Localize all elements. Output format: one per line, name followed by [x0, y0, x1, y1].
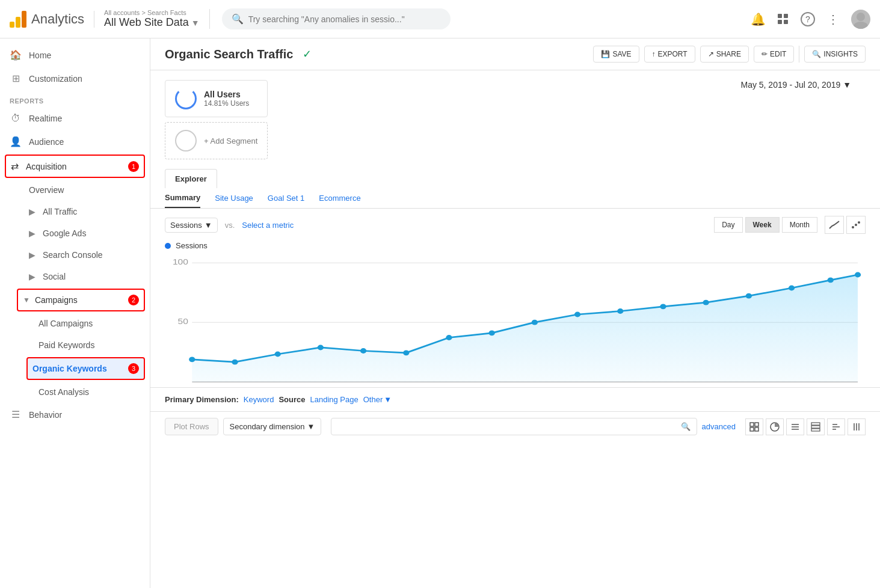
sidebar-item-acquisition[interactable]: ⇄ Acquisition 1 — [5, 155, 145, 178]
sessions-legend-label: Sessions — [176, 241, 208, 250]
svg-rect-31 — [750, 423, 754, 426]
sidebar-label-behavior: Behavior — [29, 410, 62, 420]
bottom-toolbar: Plot Rows Secondary dimension ▼ 🔍 advanc… — [150, 411, 880, 441]
svg-marker-10 — [192, 275, 858, 382]
save-button[interactable]: 💾 SAVE — [593, 46, 639, 63]
sidebar-item-paid-keywords[interactable]: Paid Keywords — [0, 334, 150, 356]
table-search-icon[interactable]: 🔍 — [681, 422, 691, 431]
save-icon: 💾 — [601, 50, 610, 58]
export-icon: ↑ — [652, 50, 656, 58]
line-chart-btn[interactable] — [825, 216, 844, 234]
edit-button[interactable]: ✏ EDIT — [754, 46, 794, 63]
dim-other[interactable]: Other ▼ — [363, 395, 392, 404]
metric-dropdown-arrow: ▼ — [205, 221, 212, 230]
time-btn-day[interactable]: Day — [714, 217, 742, 233]
global-search-bar[interactable]: 🔍 — [222, 8, 451, 29]
sidebar-item-home[interactable]: 🏠 Home — [0, 43, 150, 67]
tab-summary[interactable]: Summary — [165, 188, 200, 208]
sidebar-item-search-console[interactable]: ▶ Search Console — [0, 244, 150, 266]
app-title: Analytics — [31, 11, 84, 27]
notifications-icon[interactable]: 🔔 — [751, 12, 766, 26]
select-metric-link[interactable]: Select a metric — [242, 221, 294, 230]
tab-goal-set[interactable]: Goal Set 1 — [268, 189, 304, 207]
svg-point-15 — [360, 348, 366, 354]
table-search-input[interactable] — [337, 422, 678, 431]
dim-keyword[interactable]: Keyword — [244, 395, 274, 404]
sidebar-item-audience[interactable]: 👤 Audience — [0, 130, 150, 153]
reports-section-label: REPORTS — [0, 90, 150, 107]
scatter-chart-btn[interactable] — [846, 216, 866, 234]
insights-button[interactable]: 🔍 INSIGHTS — [804, 46, 866, 63]
sidebar-label-realtime: Realtime — [29, 114, 62, 123]
time-btn-week[interactable]: Week — [745, 217, 780, 233]
sidebar-label-all-campaigns: All Campaigns — [38, 319, 93, 328]
apps-icon[interactable] — [778, 14, 789, 25]
svg-rect-33 — [750, 427, 754, 431]
export-button[interactable]: ↑ EXPORT — [644, 46, 695, 63]
tab-ecommerce[interactable]: Ecommerce — [319, 189, 360, 207]
action-divider — [799, 46, 799, 63]
svg-point-16 — [403, 350, 409, 355]
user-avatar[interactable] — [851, 10, 870, 29]
tab-site-usage[interactable]: Site Usage — [215, 189, 253, 207]
svg-text:100: 100 — [173, 258, 188, 267]
sidebar-item-cost-analysis[interactable]: Cost Analysis — [0, 381, 150, 403]
chart-controls: Sessions ▼ vs. Select a metric Day Week … — [150, 209, 880, 241]
plot-rows-button[interactable]: Plot Rows — [165, 418, 218, 435]
pie-chart-btn[interactable] — [766, 418, 784, 435]
sidebar-item-all-traffic[interactable]: ▶ All Traffic — [0, 201, 150, 222]
global-search-input[interactable] — [248, 14, 441, 24]
chart-wrapper: 100 50 — [165, 255, 866, 387]
pivot-view-btn[interactable] — [807, 418, 825, 435]
sidebar-item-campaigns[interactable]: ▼ Campaigns 2 — [17, 289, 145, 311]
svg-point-18 — [488, 330, 494, 335]
account-area: All accounts > Search Facts All Web Site… — [94, 9, 210, 29]
sort-view-btn[interactable] — [827, 418, 845, 435]
columns-view-btn[interactable] — [848, 418, 866, 435]
home-icon: 🏠 — [10, 49, 22, 61]
header-actions: 💾 SAVE ↑ EXPORT ↗ SHARE ✏ EDIT 🔍 — [593, 46, 866, 63]
svg-point-14 — [318, 345, 324, 351]
realtime-icon: ⏱ — [10, 113, 22, 124]
add-segment-button[interactable]: + Add Segment — [165, 122, 268, 159]
date-range-selector[interactable]: May 5, 2019 - Jul 20, 2019 ▼ — [740, 80, 866, 94]
advanced-link[interactable]: advanced — [702, 422, 736, 431]
account-selector[interactable]: All Web Site Data ▼ — [104, 16, 200, 29]
help-icon[interactable]: ? — [801, 12, 815, 26]
sidebar-item-google-ads[interactable]: ▶ Google Ads — [0, 222, 150, 244]
sidebar-item-overview[interactable]: Overview — [0, 179, 150, 201]
sidebar-label-cost-analysis: Cost Analysis — [38, 387, 89, 397]
sidebar-item-behavior[interactable]: ☰ Behavior — [0, 403, 150, 426]
grid-view-btn[interactable] — [745, 418, 763, 435]
dim-source[interactable]: Source — [278, 395, 305, 404]
sidebar-item-organic-keywords[interactable]: Organic Keywords 3 — [26, 357, 145, 380]
sidebar-label-overview: Overview — [29, 185, 64, 195]
logo-icon — [10, 11, 26, 28]
metric-dropdown[interactable]: Sessions ▼ — [165, 218, 218, 233]
time-btn-month[interactable]: Month — [782, 217, 817, 233]
dim-landing-page[interactable]: Landing Page — [310, 395, 358, 404]
sidebar-item-realtime[interactable]: ⏱ Realtime — [0, 107, 150, 130]
main-layout: 🏠 Home ⊞ Customization REPORTS ⏱ Realtim… — [0, 38, 880, 588]
explorer-tab[interactable]: Explorer — [165, 169, 217, 188]
search-icon: 🔍 — [232, 13, 244, 25]
more-options-icon[interactable]: ⋮ — [827, 12, 839, 26]
sidebar-item-social[interactable]: ▶ Social — [0, 266, 150, 287]
sidebar-item-customization[interactable]: ⊞ Customization — [0, 67, 150, 90]
sidebar-item-all-campaigns[interactable]: All Campaigns — [0, 313, 150, 334]
account-path: All accounts > Search Facts — [104, 9, 200, 16]
edit-icon: ✏ — [762, 50, 768, 58]
report-header: Organic Search Traffic ✓ 💾 SAVE ↑ EXPORT… — [150, 38, 880, 70]
segment-pct: 14.81% Users — [204, 99, 249, 108]
sidebar: 🏠 Home ⊞ Customization REPORTS ⏱ Realtim… — [0, 38, 150, 588]
svg-rect-32 — [755, 423, 758, 426]
secondary-dimension-dropdown[interactable]: Secondary dimension ▼ — [223, 418, 322, 435]
sidebar-label-home: Home — [29, 51, 51, 60]
svg-point-26 — [828, 277, 834, 283]
list-view-btn[interactable] — [786, 418, 804, 435]
segment-name: All Users — [204, 90, 249, 99]
share-button[interactable]: ↗ SHARE — [700, 46, 749, 63]
chart-legend: Sessions — [165, 241, 866, 250]
svg-rect-39 — [811, 423, 820, 425]
add-segment-label: + Add Segment — [204, 136, 257, 145]
